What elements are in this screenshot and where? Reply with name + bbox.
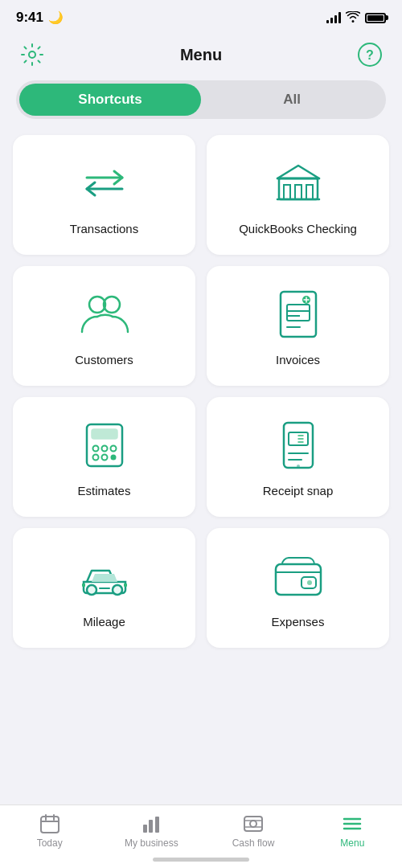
svg-rect-34: [82, 583, 85, 587]
shortcut-receipt-snap[interactable]: Receipt snap: [207, 397, 389, 517]
svg-point-48: [250, 821, 256, 827]
estimates-label: Estimates: [78, 484, 131, 497]
svg-rect-3: [279, 178, 318, 199]
svg-rect-37: [276, 564, 321, 595]
settings-button[interactable]: [16, 39, 48, 71]
customers-icon: [76, 289, 133, 340]
receipt-snap-label: Receipt snap: [263, 484, 334, 497]
svg-point-32: [87, 585, 96, 595]
transactions-icon: [77, 158, 132, 209]
nav-cash-flow-label: Cash flow: [232, 837, 275, 849]
svg-point-0: [29, 51, 35, 58]
status-icons: [326, 11, 386, 25]
expenses-label: Expenses: [272, 615, 325, 628]
bank-icon: [273, 158, 324, 209]
svg-rect-6: [306, 185, 313, 199]
signal-icon: [326, 12, 341, 23]
tab-switcher: Shortcuts All: [16, 80, 386, 119]
shortcut-estimates[interactable]: Estimates: [13, 397, 195, 517]
nav-my-business[interactable]: My business: [125, 813, 178, 849]
invoices-label: Invoices: [276, 353, 320, 366]
nav-my-business-label: My business: [125, 837, 178, 849]
tab-shortcuts[interactable]: Shortcuts: [19, 84, 201, 116]
nav-today[interactable]: Today: [26, 813, 74, 849]
svg-rect-35: [124, 583, 127, 587]
shortcut-expenses[interactable]: Expenses: [207, 528, 389, 648]
svg-rect-44: [143, 825, 147, 833]
customers-label: Customers: [75, 353, 133, 366]
svg-text:?: ?: [366, 48, 374, 62]
svg-rect-40: [41, 817, 59, 833]
svg-point-22: [101, 455, 107, 461]
chart-icon: [141, 813, 162, 834]
svg-point-21: [92, 455, 98, 461]
status-bar: 9:41 🌙: [0, 0, 402, 32]
invoices-icon: [276, 289, 321, 340]
transactions-label: Transactions: [70, 222, 138, 235]
menu-icon: [342, 813, 363, 834]
calculator-icon: [82, 420, 127, 471]
svg-point-19: [101, 446, 107, 452]
receipt-icon: [281, 420, 316, 471]
help-icon: ?: [357, 42, 383, 68]
calendar-icon: [39, 813, 60, 834]
home-indicator: [153, 858, 249, 862]
svg-point-23: [110, 455, 116, 461]
nav-menu[interactable]: Menu: [328, 813, 376, 849]
svg-rect-46: [155, 817, 159, 833]
cashflow-icon: [243, 813, 264, 834]
shortcut-quickbooks-checking[interactable]: QuickBooks Checking: [207, 135, 389, 255]
shortcut-transactions[interactable]: Transactions: [13, 135, 195, 255]
shortcut-customers[interactable]: Customers: [13, 266, 195, 386]
svg-point-20: [110, 446, 116, 452]
nav-today-label: Today: [37, 837, 63, 849]
svg-point-33: [113, 585, 122, 595]
shortcuts-grid: Transactions QuickBooks Checking: [0, 135, 402, 664]
wifi-icon: [346, 11, 360, 25]
car-icon: [76, 551, 133, 602]
shortcut-mileage[interactable]: Mileage: [13, 528, 195, 648]
svg-point-39: [307, 580, 312, 585]
battery-icon: [365, 13, 386, 23]
nav-cash-flow[interactable]: Cash flow: [229, 813, 277, 849]
mileage-label: Mileage: [83, 615, 125, 628]
header: Menu ?: [0, 32, 402, 80]
svg-rect-4: [284, 185, 290, 199]
svg-rect-10: [281, 292, 316, 337]
svg-rect-45: [149, 820, 153, 833]
nav-menu-label: Menu: [340, 837, 364, 849]
gear-icon: [20, 43, 44, 67]
svg-point-31: [297, 465, 300, 468]
shortcut-invoices[interactable]: Invoices: [207, 266, 389, 386]
svg-point-18: [92, 446, 98, 452]
status-time: 9:41: [16, 10, 43, 26]
svg-rect-5: [295, 185, 302, 199]
header-title: Menu: [180, 46, 222, 64]
tab-all[interactable]: All: [201, 84, 383, 116]
help-button[interactable]: ?: [354, 39, 386, 71]
wallet-icon: [271, 551, 326, 602]
quickbooks-checking-label: QuickBooks Checking: [239, 222, 357, 235]
svg-rect-47: [244, 817, 262, 831]
svg-rect-11: [287, 305, 310, 321]
svg-rect-17: [92, 429, 117, 439]
moon-icon: 🌙: [48, 10, 64, 25]
